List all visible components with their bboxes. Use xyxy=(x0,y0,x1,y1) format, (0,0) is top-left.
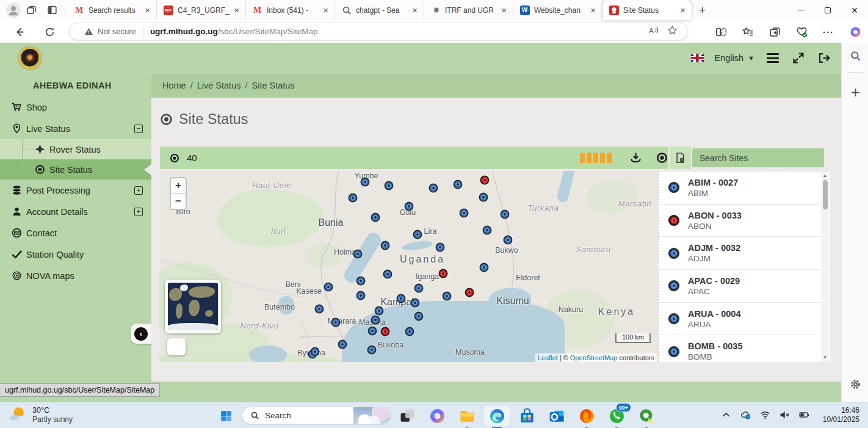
taskbar-clock[interactable]: 16:46 10/01/2025 xyxy=(823,406,859,424)
tab-close-icon[interactable]: × xyxy=(410,5,420,15)
site-marker-online[interactable] xyxy=(414,284,424,293)
taskbar-app-microsoft-store[interactable] xyxy=(513,405,540,426)
browser-tab[interactable]: ITRF and UGR× xyxy=(424,0,513,20)
site-marker-online[interactable] xyxy=(483,226,492,235)
taskbar-app-task-view[interactable] xyxy=(394,405,421,426)
search-sites-input[interactable] xyxy=(692,148,824,167)
sidebar-item-account-details[interactable]: Account Details+ xyxy=(0,201,151,222)
layers-control[interactable] xyxy=(165,280,221,333)
sidebar-collapse-button[interactable]: ‹ xyxy=(131,324,151,344)
tab-close-icon[interactable]: × xyxy=(678,5,688,15)
site-marker-online[interactable] xyxy=(331,318,341,327)
target-icon[interactable] xyxy=(656,152,668,164)
taskbar-app-qgis[interactable] xyxy=(633,405,660,426)
tab-close-icon[interactable]: × xyxy=(320,5,331,15)
menu-icon[interactable] xyxy=(765,51,780,65)
site-marker-online[interactable] xyxy=(311,347,320,357)
site-marker-online[interactable] xyxy=(338,340,347,349)
weather-widget[interactable]: 30°C Partly sunny xyxy=(9,405,73,424)
breadcrumb-item[interactable]: Live Status xyxy=(195,81,244,90)
download-icon[interactable] xyxy=(630,152,642,164)
close-button[interactable]: × xyxy=(841,0,868,20)
browser-tab[interactable]: WWebsite_chan× xyxy=(513,0,602,20)
refresh-button[interactable] xyxy=(40,23,59,41)
logout-icon[interactable] xyxy=(817,51,831,65)
zoom-in-button[interactable]: + xyxy=(171,178,186,194)
maximize-button[interactable] xyxy=(814,0,841,20)
site-list-item[interactable]: APAC - 0029APAC xyxy=(659,270,830,303)
sidebar-item-station-quality[interactable]: Station Quality xyxy=(0,244,151,265)
url-domain[interactable]: ugrf.mlhud.go.ug xyxy=(150,27,218,36)
browser-tab[interactable]: PDFC4_R3_UGRF_× xyxy=(157,0,246,20)
more-icon[interactable]: ··· xyxy=(822,25,835,38)
site-marker-online[interactable] xyxy=(375,306,384,316)
site-marker-online[interactable] xyxy=(454,180,463,189)
site-marker-online[interactable] xyxy=(356,277,366,286)
browser-tab[interactable]: MInbox (541) -× xyxy=(246,0,335,20)
site-marker-online[interactable] xyxy=(315,305,324,314)
search-icon[interactable] xyxy=(842,50,868,62)
copilot-icon[interactable] xyxy=(848,25,862,38)
site-marker-online[interactable] xyxy=(460,209,469,218)
collapse-toggle-icon[interactable]: − xyxy=(134,125,143,133)
app-logo[interactable] xyxy=(18,46,42,70)
browser-essentials-icon[interactable] xyxy=(795,25,808,38)
site-marker-online[interactable] xyxy=(397,294,406,303)
site-marker-online[interactable] xyxy=(349,194,358,203)
site-list-item[interactable]: ADJM - 0032ADJM xyxy=(659,237,830,270)
site-marker-online[interactable] xyxy=(381,241,390,250)
sidebar-item-nova-maps[interactable]: NOVA maps xyxy=(0,265,151,286)
minimize-button[interactable] xyxy=(787,0,814,20)
layer-option-button[interactable] xyxy=(167,338,186,355)
security-label[interactable]: Not secure xyxy=(98,27,136,36)
site-marker-online[interactable] xyxy=(371,316,380,325)
sidebar-item-live-status[interactable]: Live Status− xyxy=(0,118,151,139)
favorite-star-icon[interactable] xyxy=(667,25,678,38)
taskbar-app-whatsapp[interactable]: 99+ xyxy=(603,405,630,426)
site-marker-offline[interactable] xyxy=(480,176,490,185)
scrollbar-thumb[interactable] xyxy=(823,180,828,209)
site-list-item[interactable]: ARUA - 0004ARUA xyxy=(659,303,830,336)
zoom-out-button[interactable]: − xyxy=(171,194,186,209)
site-marker-online[interactable] xyxy=(368,327,377,336)
tab-groups-icon[interactable] xyxy=(21,2,42,18)
read-aloud-icon[interactable]: A xyxy=(648,25,659,38)
site-marker-online[interactable] xyxy=(356,291,366,300)
breadcrumb-item[interactable]: Site Status xyxy=(250,81,297,90)
site-marker-online[interactable] xyxy=(443,292,452,301)
leaflet-link[interactable]: Leaflet xyxy=(538,354,558,361)
browser-tab[interactable]: Site Status× xyxy=(602,0,692,20)
sidebar-item-rover-status[interactable]: Rover Status xyxy=(0,139,151,159)
expand-toggle-icon[interactable]: + xyxy=(134,186,143,195)
taskbar-app-edge[interactable] xyxy=(483,405,510,426)
site-marker-online[interactable] xyxy=(501,210,510,219)
list-scrollbar[interactable]: ▲ ▼ xyxy=(821,172,829,362)
site-marker-online[interactable] xyxy=(480,263,489,272)
not-secure-icon[interactable] xyxy=(84,27,93,36)
sidebar-item-post-processing[interactable]: Post Processing+ xyxy=(0,180,151,201)
new-tab-button[interactable]: + xyxy=(692,4,713,17)
browser-tab[interactable]: chatgpt - Sea× xyxy=(335,0,424,20)
site-marker-offline[interactable] xyxy=(465,288,474,297)
site-marker-online[interactable] xyxy=(504,236,513,245)
site-list-item[interactable]: ABON - 0033ABON xyxy=(659,205,830,238)
split-screen-icon[interactable] xyxy=(714,25,728,38)
browser-tab[interactable]: MSearch results× xyxy=(68,0,157,20)
signal-bars-icon[interactable] xyxy=(580,153,612,163)
sidebar-item-contact[interactable]: Contact xyxy=(0,222,151,244)
site-marker-online[interactable] xyxy=(405,202,414,211)
tab-close-icon[interactable]: × xyxy=(588,5,598,15)
address-bar[interactable]: Not secure ugrf.mlhud.go.ug /sbc/User/Si… xyxy=(69,23,688,40)
site-marker-online[interactable] xyxy=(429,184,438,193)
start-button[interactable] xyxy=(214,407,238,424)
taskbar-app-firefox[interactable] xyxy=(573,405,600,426)
settings-gear-icon[interactable] xyxy=(842,379,868,390)
add-icon[interactable] xyxy=(842,87,868,98)
site-marker-offline[interactable] xyxy=(439,269,448,278)
scroll-up-icon[interactable]: ▲ xyxy=(821,173,829,178)
onedrive-icon[interactable]: i xyxy=(740,410,751,423)
taskbar-search[interactable]: Search xyxy=(242,407,391,424)
search-highlight-image[interactable] xyxy=(353,407,390,424)
site-marker-online[interactable] xyxy=(411,299,420,308)
tab-close-icon[interactable]: × xyxy=(142,5,153,15)
